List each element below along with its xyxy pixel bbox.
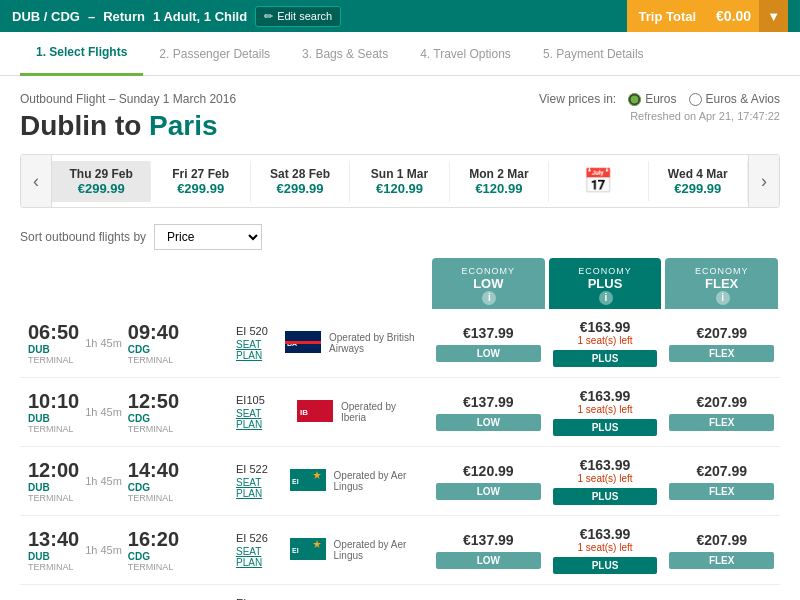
destination-to: Paris <box>149 110 218 141</box>
fare-cell-3-0[interactable]: €137.99 LOW <box>432 516 545 584</box>
fare-cell-2-0[interactable]: €120.99 LOW <box>432 447 545 515</box>
step-bags-seats[interactable]: 3. Bags & Seats <box>286 32 404 76</box>
fare-price-0-0: €137.99 <box>463 325 514 341</box>
currency-euros-option[interactable]: Euros <box>628 92 676 106</box>
duration-1: 1h 45m <box>85 406 122 418</box>
fare-cell-4-0[interactable]: €120.99 LOW <box>432 585 545 600</box>
currency-euros-radio[interactable] <box>628 93 641 106</box>
dep-time-2: 12:00 <box>28 459 79 482</box>
fare-cell-2-2[interactable]: €207.99 FLEX <box>665 447 778 515</box>
date-item-4[interactable]: Mon 2 Mar €120.99 <box>450 161 549 202</box>
times-section-0: 06:50 DUB TERMINAL 1h 45m 09:40 CDG TERM… <box>28 321 228 365</box>
fare-badge-2-0: LOW <box>436 483 541 500</box>
fare-cell-1-0[interactable]: €137.99 LOW <box>432 378 545 446</box>
fare-badge-2-2: FLEX <box>669 483 774 500</box>
fare-price-0-2: €207.99 <box>696 325 747 341</box>
fare-price-0-1: €163.99 <box>580 319 631 335</box>
svg-text:EI: EI <box>292 547 299 554</box>
dep-terminal-0: TERMINAL <box>28 355 79 365</box>
edit-search-button[interactable]: ✏ Edit search <box>255 6 341 27</box>
flight-info-4: 18:40 DUB TERMINAL 1h 45m 20:20 CDG TERM… <box>20 585 430 600</box>
arr-airport-3: CDG <box>128 551 179 562</box>
sort-select[interactable]: Price Departure Arrival Duration <box>154 224 262 250</box>
currency-avios-option[interactable]: Euros & Avios <box>689 92 780 106</box>
seat-plan-3[interactable]: SEAT PLAN <box>236 546 282 568</box>
trip-total-dropdown-button[interactable]: ▼ <box>759 0 788 32</box>
dep-time-0: 06:50 <box>28 321 79 344</box>
flight-num-1: EI105 <box>236 394 289 406</box>
fare-cell-4-1[interactable]: €163.99 1 seat(s) left PLUS <box>549 585 662 600</box>
airline-section-1: EI105 SEAT PLAN <box>236 394 289 430</box>
flight-num-3: EI 526 <box>236 532 282 544</box>
fare-cell-0-0[interactable]: €137.99 LOW <box>432 309 545 377</box>
fare-price-1-2: €207.99 <box>696 394 747 410</box>
arr-time-2: 14:40 <box>128 459 179 482</box>
operated-by-2: Operated by Aer Lingus <box>334 470 422 492</box>
date-next-button[interactable]: › <box>748 155 779 207</box>
dep-time-3: 13:40 <box>28 528 79 551</box>
dep-time-1: 10:10 <box>28 390 79 413</box>
times-section-2: 12:00 DUB TERMINAL 1h 45m 14:40 CDG TERM… <box>28 459 228 503</box>
trip-total-label: Trip Total <box>627 0 709 32</box>
arr-time-0: 09:40 <box>128 321 179 344</box>
fare-badge-3-1: PLUS <box>553 557 658 574</box>
fare-badge-1-0: LOW <box>436 414 541 431</box>
plus-info-icon[interactable]: i <box>599 291 613 305</box>
fare-cell-3-2[interactable]: €207.99 FLEX <box>665 516 778 584</box>
duration-2: 1h 45m <box>85 475 122 487</box>
operated-by-0: Operated by British Airways <box>329 332 422 354</box>
flight-info-0: 06:50 DUB TERMINAL 1h 45m 09:40 CDG TERM… <box>20 309 430 377</box>
step-travel-options[interactable]: 4. Travel Options <box>404 32 527 76</box>
fare-column-headers: ECONOMY LOW i ECONOMY PLUS i ECONOMY FLE… <box>20 258 780 309</box>
fare-badge-0-1: PLUS <box>553 350 658 367</box>
steps-bar: 1. Select Flights 2. Passenger Details 3… <box>0 32 800 76</box>
date-prev-button[interactable]: ‹ <box>21 155 52 207</box>
seat-plan-1[interactable]: SEAT PLAN <box>236 408 289 430</box>
dep-terminal-3: TERMINAL <box>28 562 79 572</box>
step-passenger-details[interactable]: 2. Passenger Details <box>143 32 286 76</box>
airline-section-3: EI 526 SEAT PLAN <box>236 532 282 568</box>
date-item-2[interactable]: Sat 28 Feb €299.99 <box>251 161 350 202</box>
fare-badge-0-0: LOW <box>436 345 541 362</box>
dep-airport-0: DUB <box>28 344 79 355</box>
fare-cell-2-1[interactable]: €163.99 1 seat(s) left PLUS <box>549 447 662 515</box>
step-payment-details[interactable]: 5. Payment Details <box>527 32 660 76</box>
seats-left-2-1: 1 seat(s) left <box>577 473 632 484</box>
svg-text:IB: IB <box>300 408 308 417</box>
times-section-1: 10:10 DUB TERMINAL 1h 45m 12:50 CDG TERM… <box>28 390 228 434</box>
outbound-label: Outbound Flight – Sunday 1 March 2016 <box>20 92 236 106</box>
flight-row-0: 06:50 DUB TERMINAL 1h 45m 09:40 CDG TERM… <box>20 309 780 378</box>
currency-avios-radio[interactable] <box>689 93 702 106</box>
fare-cell-0-2[interactable]: €207.99 FLEX <box>665 309 778 377</box>
date-item-5[interactable]: 📅 <box>549 161 648 201</box>
route-info: DUB / CDG – Return 1 Adult, 1 Child ✏ Ed… <box>12 6 627 27</box>
fare-price-2-1: €163.99 <box>580 457 631 473</box>
dep-terminal-2: TERMINAL <box>28 493 79 503</box>
airline-logo-0: BA <box>285 331 321 356</box>
fare-price-1-1: €163.99 <box>580 388 631 404</box>
fare-cell-3-1[interactable]: €163.99 1 seat(s) left PLUS <box>549 516 662 584</box>
top-bar: DUB / CDG – Return 1 Adult, 1 Child ✏ Ed… <box>0 0 800 32</box>
date-item-6[interactable]: Wed 4 Mar €299.99 <box>649 161 748 202</box>
fare-cell-0-1[interactable]: €163.99 1 seat(s) left PLUS <box>549 309 662 377</box>
arr-airport-1: CDG <box>128 413 179 424</box>
step-select-flights[interactable]: 1. Select Flights <box>20 32 143 76</box>
operated-by-1: Operated by Iberia <box>341 401 422 423</box>
seat-plan-2[interactable]: SEAT PLAN <box>236 477 282 499</box>
arr-terminal-1: TERMINAL <box>128 424 179 434</box>
flex-info-icon[interactable]: i <box>716 291 730 305</box>
seat-plan-0[interactable]: SEAT PLAN <box>236 339 277 361</box>
seats-left-3-1: 1 seat(s) left <box>577 542 632 553</box>
fare-badge-0-2: FLEX <box>669 345 774 362</box>
flight-num-0: EI 520 <box>236 325 277 337</box>
dep-terminal-1: TERMINAL <box>28 424 79 434</box>
low-info-icon[interactable]: i <box>482 291 496 305</box>
fare-cell-4-2[interactable]: €207.99 FLEX <box>665 585 778 600</box>
fare-cell-1-1[interactable]: €163.99 1 seat(s) left PLUS <box>549 378 662 446</box>
date-item-3[interactable]: Sun 1 Mar €120.99 <box>350 161 449 202</box>
fare-cell-1-2[interactable]: €207.99 FLEX <box>665 378 778 446</box>
date-item-1[interactable]: Fri 27 Feb €299.99 <box>151 161 250 202</box>
fare-badge-3-2: FLEX <box>669 552 774 569</box>
fare-badge-3-0: LOW <box>436 552 541 569</box>
date-item-0[interactable]: Thu 29 Feb €299.99 <box>52 161 151 202</box>
